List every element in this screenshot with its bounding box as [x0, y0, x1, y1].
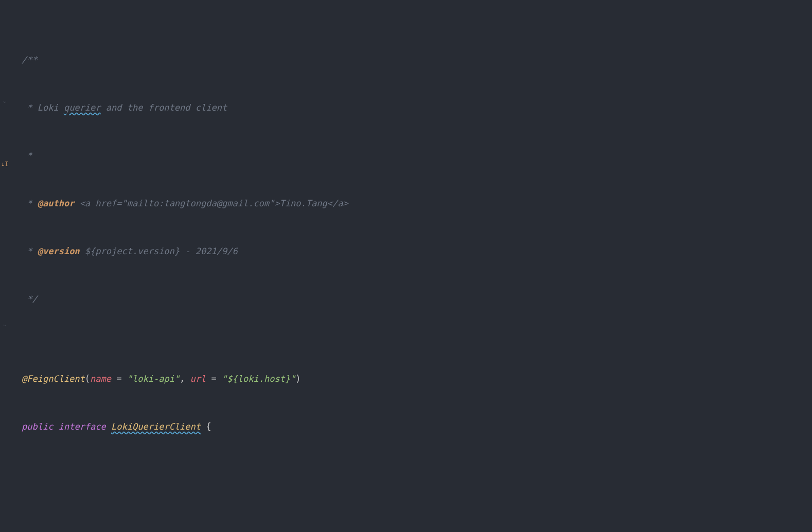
- implementations-gutter-icon[interactable]: ↓I: [1, 156, 8, 172]
- fold-toggle-icon[interactable]: ⌵: [3, 316, 6, 332]
- javadoc-open: /**: [22, 52, 812, 68]
- code-editor[interactable]: ⌵ ↓I ⌵ /** * Loki querier and the fronte…: [0, 0, 812, 532]
- annotation-feignclient: @FeignClient(name = "loki-api", url = "$…: [22, 371, 812, 387]
- fold-toggle-icon[interactable]: ⌵: [3, 93, 6, 109]
- javadoc-author: * @author <a href="mailto:tangtongda@gma…: [22, 196, 812, 211]
- interface-name: LokiQuerierClient: [111, 421, 201, 432]
- javadoc-version: * @version ${project.version} - 2021/9/6: [22, 243, 812, 259]
- code-area[interactable]: /** * Loki querier and the frontend clie…: [12, 0, 812, 532]
- javadoc-line: *: [22, 148, 812, 164]
- gutter: ⌵ ↓I ⌵: [0, 0, 12, 532]
- javadoc-line: * Loki querier and the frontend client: [22, 100, 812, 116]
- javadoc-close: */: [22, 291, 812, 307]
- blank-line: [22, 467, 812, 483]
- interface-decl: public interface LokiQuerierClient {: [22, 419, 812, 435]
